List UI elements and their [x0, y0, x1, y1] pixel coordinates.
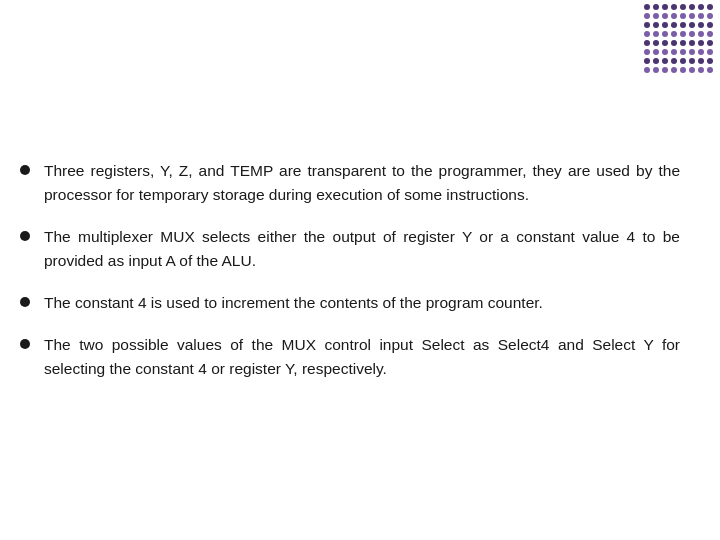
bullet-text-2: The multiplexer MUX selects either the o…	[44, 225, 680, 273]
dot	[707, 22, 713, 28]
list-item: The multiplexer MUX selects either the o…	[20, 225, 680, 273]
dot	[671, 22, 677, 28]
dot	[662, 58, 668, 64]
dot	[653, 58, 659, 64]
decorative-dots	[640, 0, 720, 80]
bullet-dot	[20, 297, 30, 307]
dot	[653, 31, 659, 37]
dot	[662, 13, 668, 19]
dot	[707, 49, 713, 55]
dot	[644, 31, 650, 37]
dot	[653, 13, 659, 19]
dot	[662, 22, 668, 28]
dot	[698, 22, 704, 28]
dot	[671, 67, 677, 73]
dot	[662, 67, 668, 73]
dot	[653, 67, 659, 73]
dot	[644, 4, 650, 10]
dot	[671, 13, 677, 19]
dot	[680, 22, 686, 28]
dot	[707, 67, 713, 73]
dot	[698, 31, 704, 37]
dot	[698, 49, 704, 55]
dot	[698, 67, 704, 73]
dot	[689, 4, 695, 10]
dot	[680, 4, 686, 10]
dot	[707, 58, 713, 64]
dot	[698, 40, 704, 46]
dot	[671, 49, 677, 55]
dot	[653, 49, 659, 55]
bullet-list: Three registers, Y, Z, and TEMP are tran…	[20, 159, 680, 381]
dots-grid	[640, 0, 720, 79]
dot	[707, 40, 713, 46]
dot	[644, 67, 650, 73]
dot	[698, 58, 704, 64]
dot	[707, 4, 713, 10]
list-item: The two possible values of the MUX contr…	[20, 333, 680, 381]
dot	[698, 4, 704, 10]
dot	[671, 40, 677, 46]
bullet-dot	[20, 165, 30, 175]
dot	[680, 49, 686, 55]
dot	[689, 58, 695, 64]
dot	[671, 31, 677, 37]
page-container: Three registers, Y, Z, and TEMP are tran…	[0, 0, 720, 540]
dot	[644, 58, 650, 64]
dot	[653, 22, 659, 28]
content-area: Three registers, Y, Z, and TEMP are tran…	[0, 0, 720, 540]
dot	[689, 31, 695, 37]
dot	[644, 13, 650, 19]
dot	[644, 49, 650, 55]
dot	[644, 40, 650, 46]
dot	[689, 22, 695, 28]
dot	[671, 4, 677, 10]
dot	[653, 4, 659, 10]
dot	[680, 67, 686, 73]
dot	[689, 49, 695, 55]
dot	[653, 40, 659, 46]
dot	[707, 13, 713, 19]
list-item: The constant 4 is used to increment the …	[20, 291, 680, 315]
dot	[680, 40, 686, 46]
dot	[680, 58, 686, 64]
dot	[680, 13, 686, 19]
dot	[671, 58, 677, 64]
dot	[689, 13, 695, 19]
bullet-dot	[20, 231, 30, 241]
dot	[689, 67, 695, 73]
dot	[680, 31, 686, 37]
dot	[689, 40, 695, 46]
bullet-text-3: The constant 4 is used to increment the …	[44, 291, 543, 315]
bullet-text-4: The two possible values of the MUX contr…	[44, 333, 680, 381]
bullet-text-1: Three registers, Y, Z, and TEMP are tran…	[44, 159, 680, 207]
dot	[662, 31, 668, 37]
dot	[644, 22, 650, 28]
dot	[662, 40, 668, 46]
dot	[662, 4, 668, 10]
dot	[662, 49, 668, 55]
list-item: Three registers, Y, Z, and TEMP are tran…	[20, 159, 680, 207]
bullet-dot	[20, 339, 30, 349]
dot	[707, 31, 713, 37]
dot	[698, 13, 704, 19]
